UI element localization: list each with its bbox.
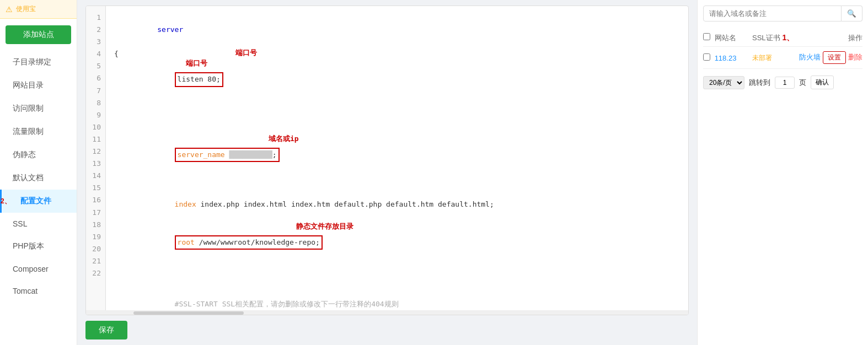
cell-ops: 防火墙 设置 删除: [796, 51, 862, 64]
search-input[interactable]: [703, 6, 842, 21]
sidebar-item-site-dir[interactable]: 网站目录: [0, 74, 77, 97]
code-line-5: index index.php index.html index.htm def…: [114, 186, 680, 223]
firewall-button[interactable]: 防火墙: [799, 52, 821, 62]
step1-annotation: 1、: [783, 33, 795, 43]
code-line-4: server_name ██████████; 域名或ip: [114, 136, 680, 186]
code-line-6: root /www/wwwroot/knowledge-repo; 静态文件存放…: [114, 223, 680, 274]
confirm-button[interactable]: 确认: [811, 76, 834, 89]
warning-text: 使用宝: [16, 4, 36, 14]
nav-menu: 子目录绑定 网站目录 访问限制 流量限制 伪静态 默认文档 2、 配置文件 SS…: [0, 51, 77, 302]
col-header-name: 网站名: [703, 33, 752, 43]
left-sidebar: ⚠ 使用宝 添加站点 子目录绑定 网站目录 访问限制 流量限制 伪静态 默认文档…: [0, 0, 77, 345]
warning-banner: ⚠ 使用宝: [0, 0, 77, 19]
sidebar-item-default-doc[interactable]: 默认文档: [0, 166, 77, 190]
sidebar-item-pseudo-static[interactable]: 伪静态: [0, 143, 77, 166]
code-line-7: [114, 274, 680, 286]
save-button[interactable]: 保存: [85, 321, 127, 339]
code-editor-container: 12345 678910 1112131415 1617181920 2122 …: [85, 6, 689, 315]
port-annotation: 端口号: [235, 47, 257, 59]
settings-button[interactable]: 设置: [823, 51, 846, 64]
per-page-select[interactable]: 20条/页: [703, 76, 744, 89]
code-line-1: server: [114, 12, 680, 48]
pagination-row: 20条/页 跳转到 页 确认: [703, 76, 862, 89]
port-label: 端口号: [186, 57, 207, 69]
delete-button[interactable]: 删除: [848, 52, 862, 62]
cell-ssl-status: 未部署: [752, 53, 796, 63]
add-site-button[interactable]: 添加站点: [6, 25, 71, 44]
sidebar-item-flow-limit[interactable]: 流量限制: [0, 120, 77, 143]
search-row: 🔍: [703, 6, 862, 21]
main-content: 12345 678910 1112131415 1617181920 2122 …: [77, 0, 697, 345]
row-checkbox[interactable]: [703, 53, 710, 61]
cell-site-name: 118.23: [703, 53, 752, 62]
code-line-3: listen 80; 端口号 端口号: [114, 60, 680, 136]
code-editor[interactable]: 12345 678910 1112131415 1617181920 2122 …: [86, 6, 688, 310]
sidebar-item-composer[interactable]: Composer: [0, 258, 77, 280]
warning-icon: ⚠: [6, 5, 13, 14]
static-dir-label: 静态文件存放目录: [296, 220, 353, 233]
select-all-checkbox[interactable]: [703, 33, 710, 40]
domain-label: 域名或ip: [269, 133, 299, 145]
code-line-8: #SSL-START SSL相关配置，请勿删除或修改下一行带注释的404规则: [114, 286, 680, 310]
search-button[interactable]: 🔍: [842, 6, 862, 21]
sidebar-item-access-limit[interactable]: 访问限制: [0, 97, 77, 120]
sidebar-item-tomcat[interactable]: Tomcat: [0, 280, 77, 302]
col-header-ops: 操作: [796, 33, 862, 43]
step2-annotation: 2、: [1, 197, 11, 206]
sidebar-item-ssl[interactable]: SSL: [0, 213, 77, 235]
sidebar-item-sub-dir[interactable]: 子目录绑定: [0, 51, 77, 74]
table-header: 网站名 SSL证书 1、 操作: [703, 30, 862, 47]
table-row: 118.23 未部署 防火墙 设置 删除: [703, 47, 862, 69]
col-header-ssl: SSL证书 1、: [752, 33, 796, 43]
sidebar-item-php-version[interactable]: PHP版本: [0, 235, 77, 258]
line-numbers: 12345 678910 1112131415 1617181920 2122: [86, 6, 106, 310]
right-panel: 🔍 网站名 SSL证书 1、 操作 118.23 未部署 防火墙 设置 删除: [697, 0, 868, 345]
sidebar-item-config-file[interactable]: 2、 配置文件: [0, 190, 77, 213]
code-content[interactable]: server { listen 80; 端口号 端口号 server_name …: [106, 6, 688, 310]
page-input[interactable]: [775, 77, 795, 89]
